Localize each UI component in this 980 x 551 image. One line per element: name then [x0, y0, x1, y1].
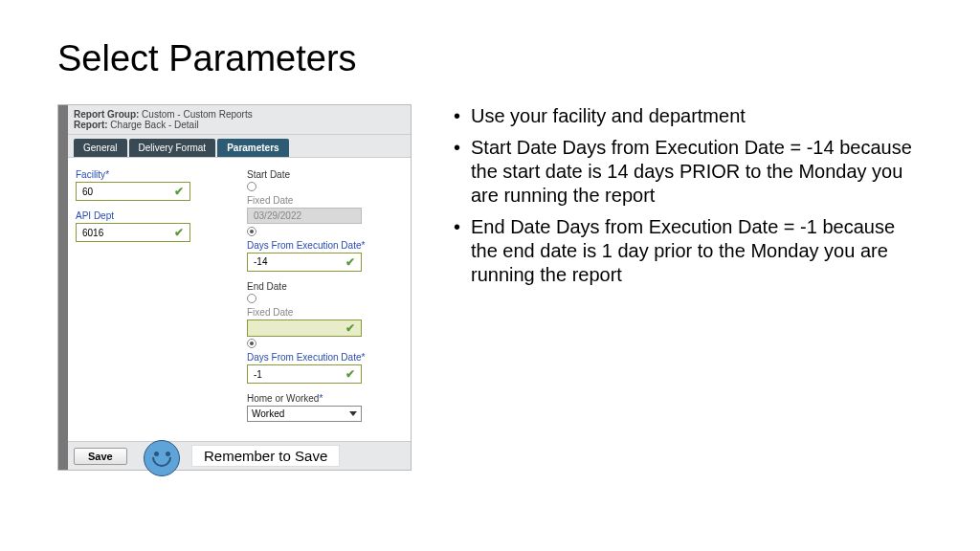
left-rail — [58, 105, 68, 470]
instruction-bullets: Use your facility and department Start D… — [452, 104, 923, 471]
fixed-date-input-2: ✔ — [247, 320, 362, 337]
end-days-radio[interactable] — [247, 339, 256, 348]
report-group-label: Report Group: — [74, 109, 139, 120]
days-from-exec-end-value: -1 — [254, 369, 262, 380]
api-dept-label: API Dept — [76, 210, 232, 221]
tab-general[interactable]: General — [74, 139, 127, 157]
check-icon: ✔ — [345, 255, 355, 269]
report-header: Report Group: Custom - Custom Reports Re… — [68, 105, 411, 135]
check-icon: ✔ — [345, 367, 355, 381]
check-icon: ✔ — [174, 226, 184, 239]
days-from-exec-label-2: Days From Execution Date — [247, 352, 403, 363]
left-column: Facility 60 ✔ API Dept 6016 ✔ — [76, 165, 232, 422]
report-label: Report: — [74, 120, 108, 130]
api-dept-input[interactable]: 6016 ✔ — [76, 223, 190, 242]
bullet-1: Use your facility and department — [452, 104, 913, 128]
tab-bar: General Delivery Format Parameters — [68, 135, 411, 157]
home-worked-value: Worked — [252, 408, 284, 419]
bullet-2: Start Date Days from Execution Date = -1… — [452, 136, 913, 208]
screenshot-panel: Report Group: Custom - Custom Reports Re… — [57, 104, 421, 471]
days-from-exec-start-input[interactable]: -14 ✔ — [247, 253, 362, 272]
check-icon: ✔ — [174, 185, 184, 198]
days-from-exec-start-value: -14 — [254, 256, 267, 267]
home-worked-label: Home or Worked — [247, 393, 403, 404]
page-title: Select Parameters — [57, 38, 923, 79]
start-date-label: Start Date — [247, 169, 403, 180]
days-from-exec-label-1: Days From Execution Date — [247, 240, 403, 251]
smiley-icon — [144, 440, 180, 476]
report-value: Charge Back - Detail — [110, 120, 198, 130]
facility-input[interactable]: 60 ✔ — [76, 182, 190, 201]
start-days-radio[interactable] — [247, 227, 256, 236]
start-fixed-radio[interactable] — [247, 182, 256, 191]
bullet-3: End Date Days from Execution Date = -1 b… — [452, 215, 913, 287]
home-worked-select[interactable]: Worked — [247, 406, 362, 422]
facility-label: Facility — [76, 169, 232, 180]
end-date-label: End Date — [247, 281, 403, 292]
report-group-value: Custom - Custom Reports — [142, 109, 253, 120]
fixed-date-label-2: Fixed Date — [247, 307, 403, 318]
chevron-down-icon — [349, 411, 357, 416]
tab-delivery-format[interactable]: Delivery Format — [129, 139, 216, 157]
remember-callout: Remember to Save — [191, 445, 340, 467]
api-dept-value: 6016 — [82, 228, 103, 238]
fixed-date-label-1: Fixed Date — [247, 195, 403, 206]
fixed-date-input-1: 03/29/2022 — [247, 208, 362, 224]
save-button[interactable]: Save — [74, 448, 127, 465]
right-column: Start Date Fixed Date 03/29/2022 Days Fr… — [247, 165, 403, 422]
tab-parameters[interactable]: Parameters — [217, 139, 288, 157]
days-from-exec-end-input[interactable]: -1 ✔ — [247, 364, 362, 384]
check-icon: ✔ — [345, 321, 355, 335]
end-fixed-radio[interactable] — [247, 294, 256, 303]
facility-value: 60 — [82, 187, 93, 197]
